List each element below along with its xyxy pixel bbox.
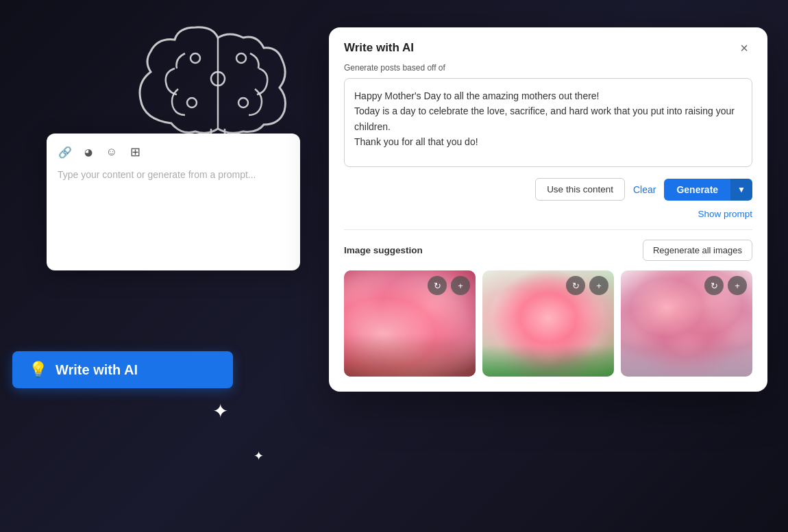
write-ai-label: Write with AI [56,362,138,378]
ai-dialog: Write with AI × Generate posts based off… [329,27,767,392]
image-card-2: ↻ + [482,270,614,377]
rss-icon[interactable]: ◕ [81,144,96,160]
image-card-1: ↻ + [344,270,476,377]
use-content-button[interactable]: Use this content [535,178,625,201]
image-1-add-button[interactable]: + [451,276,470,295]
brain-background-icon [116,14,308,151]
svg-point-2 [187,98,197,107]
image-grid: ↻ + ↻ + ↻ + [344,270,752,377]
generate-dropdown-button[interactable]: ▼ [730,179,752,201]
content-textarea[interactable] [344,78,752,167]
sparkle-1: ✦ [212,400,228,422]
svg-point-5 [236,53,246,63]
image-section-header: Image suggestion Regenerate all images [344,240,752,261]
generate-label: Generate posts based off of [344,63,752,73]
image-card-3: ↻ + [621,270,752,377]
show-prompt-link[interactable]: Show prompt [698,209,752,219]
editor-card: 🔗 ◕ ☺ ⊞ Type your content or generate fr… [47,134,300,270]
close-button[interactable]: × [736,40,752,56]
image-3-actions: ↻ + [704,276,747,295]
action-row: Use this content Clear Generate ▼ [344,178,752,201]
link-icon[interactable]: 🔗 [58,144,73,160]
svg-point-3 [238,98,248,107]
image-section-title: Image suggestion [344,245,423,255]
image-2-actions: ↻ + [566,276,608,295]
svg-point-4 [190,53,200,63]
image-1-actions: ↻ + [428,276,470,295]
write-ai-button[interactable]: 💡 Write with AI [12,351,233,388]
show-prompt-row: Show prompt [344,207,752,220]
image-1-refresh-button[interactable]: ↻ [428,276,447,295]
generate-button[interactable]: Generate [664,179,730,201]
sparkle-2: ✦ [254,448,264,464]
regenerate-all-images-button[interactable]: Regenerate all images [643,240,752,261]
image-2-add-button[interactable]: + [589,276,608,295]
image-2-refresh-button[interactable]: ↻ [566,276,585,295]
image-3-add-button[interactable]: + [728,276,747,295]
clear-button[interactable]: Clear [630,179,658,201]
generate-button-group: Generate ▼ [664,179,752,201]
image-3-refresh-button[interactable]: ↻ [704,276,724,295]
editor-toolbar: 🔗 ◕ ☺ ⊞ [58,144,289,160]
emoji-icon[interactable]: ☺ [104,144,119,160]
dialog-title: Write with AI [344,41,414,55]
dialog-header: Write with AI × [329,27,767,63]
dialog-body: Generate posts based off of Use this con… [329,63,767,392]
section-divider [344,229,752,230]
bulb-icon: 💡 [29,361,47,379]
editor-placeholder: Type your content or generate from a pro… [58,169,289,180]
grid-icon[interactable]: ⊞ [127,144,143,160]
